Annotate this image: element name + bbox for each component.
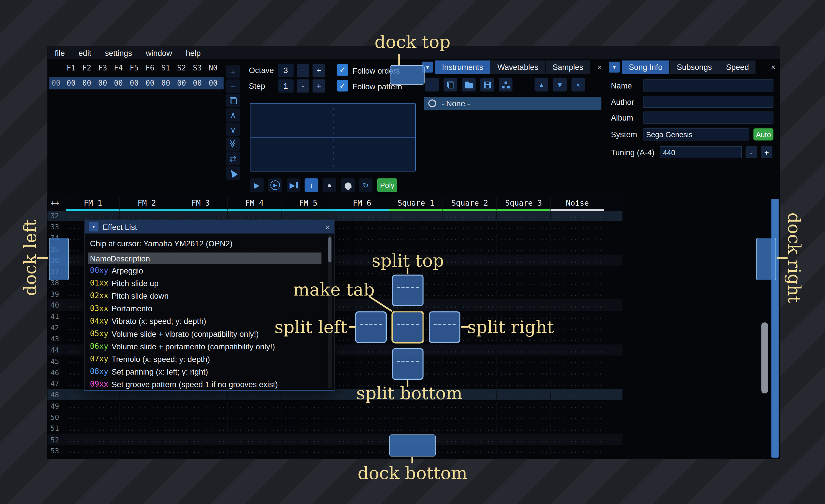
- order-value-7[interactable]: 00: [173, 79, 190, 87]
- pattern-cell[interactable]: ... .. .. ...: [335, 413, 389, 421]
- pattern-cell[interactable]: ... .. .. ...: [497, 212, 550, 220]
- song-info-tab-subsongs[interactable]: Subsongs: [670, 60, 719, 74]
- pattern-cell[interactable]: ... .. .. ...: [550, 435, 604, 443]
- tuning-input[interactable]: 440: [660, 146, 742, 158]
- split-left-target[interactable]: [355, 311, 387, 343]
- pattern-cell[interactable]: ... .. .. ...: [443, 424, 497, 432]
- step-increase-button[interactable]: +: [312, 79, 325, 92]
- pattern-cell[interactable]: ... .. .. ...: [281, 435, 335, 443]
- pattern-cell[interactable]: ... .. .. ...: [120, 435, 173, 443]
- instruments-tab-wavetables[interactable]: Wavetables: [491, 60, 546, 74]
- split-top-target[interactable]: [392, 275, 424, 306]
- octave-value[interactable]: 3: [278, 64, 294, 77]
- pattern-cell[interactable]: ... .. .. ...: [227, 447, 281, 455]
- channel-header-fm-5[interactable]: FM 5: [281, 197, 335, 211]
- channel-header-fm-4[interactable]: FM 4: [227, 197, 281, 211]
- instruments-tab-samples[interactable]: Samples: [546, 60, 591, 74]
- menu-edit[interactable]: edit: [78, 49, 91, 57]
- split-right-target[interactable]: [429, 311, 460, 343]
- pattern-cell[interactable]: ... .. .. ...: [550, 279, 604, 287]
- order-add-button[interactable]: +: [226, 65, 240, 78]
- pattern-cell[interactable]: ... .. .. ...: [443, 301, 497, 309]
- pattern-cell[interactable]: ... .. .. ...: [173, 447, 227, 455]
- pattern-cell[interactable]: ... .. .. ...: [550, 447, 604, 455]
- order-remove-button[interactable]: −: [226, 79, 240, 93]
- pattern-cell[interactable]: ... .. .. ...: [281, 447, 335, 455]
- pattern-cell[interactable]: ... .. .. ...: [443, 256, 497, 264]
- menu-window[interactable]: window: [146, 49, 172, 57]
- pattern-cell[interactable]: ... .. .. ...: [66, 413, 120, 421]
- pattern-cell[interactable]: ... .. .. ...: [550, 368, 604, 376]
- order-value-2[interactable]: 00: [95, 79, 110, 87]
- instrument-duplicate-button[interactable]: [443, 78, 457, 92]
- pattern-cell[interactable]: ... .. .. ...: [550, 346, 604, 354]
- instrument-save-button[interactable]: [480, 78, 494, 92]
- pattern-cell[interactable]: ... .. .. ...: [550, 256, 604, 264]
- metronome-button[interactable]: [341, 178, 355, 192]
- octave-increase-button[interactable]: +: [312, 64, 325, 77]
- pattern-cell[interactable]: ... .. .. ...: [227, 402, 281, 410]
- order-change-mode-button[interactable]: ⇄: [226, 152, 240, 165]
- instrument-folders-button[interactable]: [499, 78, 513, 92]
- pattern-cell[interactable]: ... .. .. ...: [550, 267, 604, 275]
- follow-pattern-checkbox[interactable]: ✓: [337, 80, 348, 91]
- dock-left-target[interactable]: [49, 238, 69, 280]
- pattern-cell[interactable]: ... .. .. ...: [550, 301, 604, 309]
- pattern-cell[interactable]: ... .. .. ...: [443, 245, 497, 253]
- channel-header-square-3[interactable]: Square 3: [497, 197, 550, 211]
- pattern-scrollbar-thumb[interactable]: [761, 322, 768, 394]
- order-edit-mode-button[interactable]: [226, 166, 240, 180]
- pattern-cell[interactable]: ... .. .. ...: [173, 212, 227, 220]
- order-value-3[interactable]: 00: [110, 79, 126, 87]
- pattern-cell[interactable]: ... .. .. ...: [227, 413, 281, 421]
- pattern-cell[interactable]: ... .. .. ...: [497, 245, 550, 253]
- pattern-cell[interactable]: ... .. .. ...: [173, 424, 227, 432]
- pattern-cell[interactable]: ... .. .. ...: [335, 346, 389, 354]
- pattern-cell[interactable]: ... .. .. ...: [550, 357, 604, 365]
- menu-file[interactable]: file: [55, 49, 65, 57]
- effect-list-scrollbar-thumb[interactable]: [328, 237, 331, 262]
- channel-header-square-1[interactable]: Square 1: [389, 197, 443, 211]
- pattern-cell[interactable]: ... .. .. ...: [120, 391, 173, 399]
- order-value-0[interactable]: 00: [63, 79, 79, 87]
- step-value[interactable]: 1: [278, 79, 294, 92]
- order-value-1[interactable]: 00: [79, 79, 95, 87]
- pattern-cell[interactable]: ... .. .. ...: [227, 435, 281, 443]
- pattern-cell[interactable]: ... .. .. ...: [550, 245, 604, 253]
- channel-header-noise[interactable]: Noise: [550, 197, 604, 211]
- pattern-cell[interactable]: ... .. .. ...: [443, 212, 497, 220]
- pattern-cell[interactable]: ... .. .. ...: [550, 324, 604, 332]
- pattern-cell[interactable]: ... .. .. ...: [443, 234, 497, 242]
- pattern-cell[interactable]: ... .. .. ...: [227, 424, 281, 432]
- song-info-tab-speed[interactable]: Speed: [719, 60, 756, 74]
- pattern-cell[interactable]: ... .. .. ...: [389, 223, 443, 231]
- play-pattern-button[interactable]: ▶: [269, 178, 282, 192]
- effect-row-02xx[interactable]: 02xxPitch slide down: [88, 289, 322, 302]
- pattern-cell[interactable]: ... .. .. ...: [443, 368, 497, 376]
- pattern-cell[interactable]: ... .. .. ...: [335, 368, 389, 376]
- order-value-4[interactable]: 00: [126, 79, 142, 87]
- pattern-cell[interactable]: ... .. .. ...: [550, 391, 604, 399]
- pattern-cell[interactable]: ... .. .. ...: [443, 413, 497, 421]
- pattern-cell[interactable]: ... .. .. ...: [550, 290, 604, 298]
- pattern-cell[interactable]: ... .. .. ...: [335, 223, 389, 231]
- pattern-cell[interactable]: ... .. .. ...: [389, 212, 443, 220]
- orders-selected-row[interactable]: 0000000000000000000000: [49, 77, 224, 89]
- pattern-cell[interactable]: ... .. .. ...: [66, 212, 120, 220]
- pattern-cell[interactable]: ... .. .. ...: [120, 424, 173, 432]
- pattern-cell[interactable]: ... .. .. ...: [497, 267, 550, 275]
- pattern-row-51[interactable]: 51... .. .. ...... .. .. ...... .. .. ..…: [47, 423, 622, 434]
- step-decrease-button[interactable]: -: [297, 79, 309, 92]
- pattern-cell[interactable]: ... .. .. ...: [497, 402, 550, 410]
- pattern-cell[interactable]: ... .. .. ...: [335, 424, 389, 432]
- name-input[interactable]: [643, 79, 773, 91]
- menu-help[interactable]: help: [186, 49, 201, 57]
- channel-header-fm-1[interactable]: FM 1: [66, 197, 120, 211]
- tuning-decrease-button[interactable]: -: [746, 146, 757, 158]
- menu-settings[interactable]: settings: [105, 49, 132, 57]
- instrument-move-up-button[interactable]: ▲: [534, 78, 548, 92]
- pattern-cell[interactable]: ... .. .. ...: [120, 402, 173, 410]
- dock-top-target[interactable]: [390, 65, 425, 85]
- pattern-cell[interactable]: ... .. .. ...: [335, 234, 389, 242]
- poly-button[interactable]: Poly: [377, 178, 397, 192]
